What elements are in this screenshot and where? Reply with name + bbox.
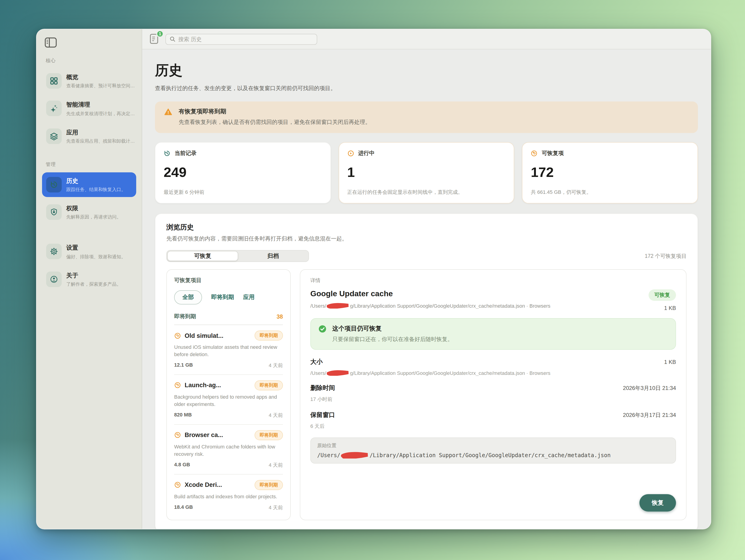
sidebar-item-settings[interactable]: 设置偏好、排除项、致谢和通知。 [42, 239, 136, 264]
stat-card-running: 进行中 1 正在运行的任务会固定显示在时间线中，直到完成。 [338, 142, 514, 204]
browse-history-panel: 浏览历史 先看仍可恢复的内容，需要回溯旧任务时再打开归档，避免信息混在一起。 可… [155, 214, 698, 529]
restore-arrow-icon [174, 481, 181, 488]
filter-apps[interactable]: 应用 [243, 293, 255, 301]
recoverable-note: 这个项目仍可恢复 只要保留窗口还在，你可以在准备好后随时恢复。 [310, 318, 676, 350]
item-size: 18.4 GB [174, 504, 193, 511]
sidebar-item-desc: 先查看应用占用、残留和卸载计… [66, 138, 135, 144]
deleted-relative: 17 小时前 [310, 396, 676, 403]
sidebar-item-label: 关于 [66, 272, 78, 279]
path-prefix: /Users/ [310, 370, 326, 376]
sparkles-icon [46, 101, 62, 116]
page-title: 历史 [155, 61, 698, 80]
stat-value: 172 [531, 164, 689, 180]
restore-arrow-icon [531, 150, 538, 157]
sidebar-item-desc: 跟踪任务、结果和恢复入口。 [66, 187, 126, 192]
search-input[interactable] [178, 36, 313, 42]
list-item[interactable]: Browser ca... 即将到期 WebKit and Chromium c… [174, 425, 283, 474]
tasks-button[interactable]: 1 [150, 33, 160, 45]
sidebar-item-desc: 查看健康摘要、预计可释放空间… [66, 84, 135, 89]
redaction-scribble [341, 452, 369, 459]
sidebar-item-label: 设置 [66, 244, 78, 251]
detail-label: 详情 [310, 277, 676, 284]
stat-card-records: 当前记录 249 最近更新 6 分钟前 [155, 142, 331, 204]
deleted-date: 2026年3月10日 21:34 [623, 384, 676, 392]
item-expiring-badge: 即将到期 [255, 380, 283, 391]
deleted-time-row: 删除时间 2026年3月10日 21:34 17 小时前 [310, 384, 676, 403]
search-field[interactable] [165, 34, 317, 44]
restore-arrow-icon [174, 382, 181, 389]
path-prefix: /Users/ [310, 303, 326, 308]
item-title: Launch-ag... [185, 382, 251, 389]
tab-archive[interactable]: 归档 [238, 251, 308, 261]
list-item[interactable]: Xcode Deri... 即将到期 Build artifacts and i… [174, 474, 283, 513]
item-expiring-badge: 即将到期 [255, 331, 283, 341]
stat-label: 当前记录 [174, 150, 197, 157]
stat-value: 1 [347, 164, 506, 180]
restore-arrow-icon [174, 432, 181, 439]
gear-icon [46, 244, 62, 259]
detail-path: /Users/g/Library/Application Support/Goo… [310, 303, 551, 309]
sidebar-item-desc: 先生成并复核清理计划，再决定… [66, 111, 135, 116]
redaction-scribble [327, 370, 350, 376]
sidebar-item-label: 概览 [66, 73, 78, 81]
original-location-box: 原始位置 /Users//Library/Application Support… [310, 437, 676, 464]
list-item[interactable]: Launch-ag... 即将到期 Background helpers tie… [174, 375, 283, 425]
item-size: 820 MB [174, 412, 192, 419]
play-circle-icon [347, 150, 354, 157]
sidebar-item-label: 权限 [66, 205, 78, 212]
retention-label: 保留窗口 [310, 411, 335, 419]
item-title: Old simulat... [185, 332, 251, 339]
retention-date: 2026年3月17日 21:34 [623, 411, 676, 419]
recoverable-status-badge: 可恢复 [648, 289, 676, 301]
sidebar-item-about[interactable]: 关于了解作者，探索更多产品。 [42, 267, 136, 292]
stat-footer: 正在运行的任务会固定显示在时间线中，直到完成。 [347, 189, 506, 196]
detail-header-size: 1 KB [664, 305, 676, 311]
check-circle-icon [318, 324, 327, 335]
item-time: 4 天前 [269, 412, 283, 419]
sidebar-item-smart-clean[interactable]: 智能清理先生成并复核清理计划，再决定… [42, 96, 136, 121]
sidebar-section-manage: 管理 [46, 161, 136, 168]
tab-recoverable[interactable]: 可恢复 [167, 251, 238, 261]
sidebar-toggle-icon[interactable] [45, 37, 57, 48]
sidebar-item-permissions[interactable]: 权限先解释原因，再请求访问。 [42, 200, 136, 225]
path-suffix: g/Library/Application Support/Google/Goo… [350, 303, 551, 308]
size-value: 1 KB [664, 359, 676, 365]
restore-button[interactable]: 恢复 [640, 494, 676, 511]
stat-label: 可恢复项 [542, 150, 564, 157]
person-circle-icon [46, 271, 62, 287]
sidebar-item-history[interactable]: 历史跟踪任务、结果和恢复入口。 [42, 172, 136, 197]
app-window: 核心 概览查看健康摘要、预计可释放空间… 智能清理先生成并复核清理计划，再决定…… [36, 29, 711, 529]
recoverable-list: 可恢复项目 全部 即将到期 应用 即将到期 38 [166, 269, 291, 520]
size-label: 大小 [310, 358, 323, 366]
deleted-label: 删除时间 [310, 384, 335, 392]
item-expiring-badge: 即将到期 [255, 430, 283, 440]
size-row: 大小 1 KB /Users/g/Library/Application Sup… [310, 358, 676, 376]
segmented-control: 可恢复 归档 [166, 250, 309, 262]
desktop-backdrop: 核心 概览查看健康摘要、预计可释放空间… 智能清理先生成并复核清理计划，再决定…… [0, 0, 745, 560]
item-time: 4 天前 [269, 362, 283, 369]
stat-value: 249 [164, 164, 322, 180]
panel-subtitle: 先看仍可恢复的内容，需要回溯旧任务时再打开归档，避免信息混在一起。 [166, 235, 686, 243]
origin-label: 原始位置 [317, 442, 669, 449]
retention-relative: 6 天后 [310, 423, 676, 430]
sidebar-item-overview[interactable]: 概览查看健康摘要、预计可释放空间… [42, 69, 136, 93]
filter-all[interactable]: 全部 [174, 290, 202, 305]
filter-expiring[interactable]: 即将到期 [211, 293, 234, 301]
item-size: 4.8 GB [174, 462, 190, 468]
tabs-row: 可恢复 归档 172 个可恢复项目 [166, 250, 686, 262]
detail-title: Google Updater cache [310, 289, 551, 299]
sidebar-item-desc: 了解作者，探索更多产品。 [66, 282, 121, 287]
history-clock-icon [46, 177, 62, 192]
recoverable-count-note: 172 个可恢复项目 [645, 253, 686, 259]
stats-row: 当前记录 249 最近更新 6 分钟前 进行中 1 正在运行的任务会固定显示在时… [155, 142, 698, 204]
item-time: 4 天前 [269, 462, 283, 468]
list-title: 可恢复项目 [174, 277, 283, 284]
redaction-scribble [327, 303, 350, 309]
group-count: 38 [277, 313, 283, 320]
list-item[interactable]: Old simulat... 即将到期 Unused iOS simulator… [174, 325, 283, 375]
item-description: Background helpers tied to removed apps … [174, 394, 283, 408]
sidebar-item-apps[interactable]: 应用先查看应用占用、残留和卸载计… [42, 124, 136, 149]
stat-footer: 共 661.45 GB，仍可恢复。 [531, 189, 689, 196]
stat-label: 进行中 [358, 150, 375, 157]
restore-arrow-icon [174, 332, 181, 339]
